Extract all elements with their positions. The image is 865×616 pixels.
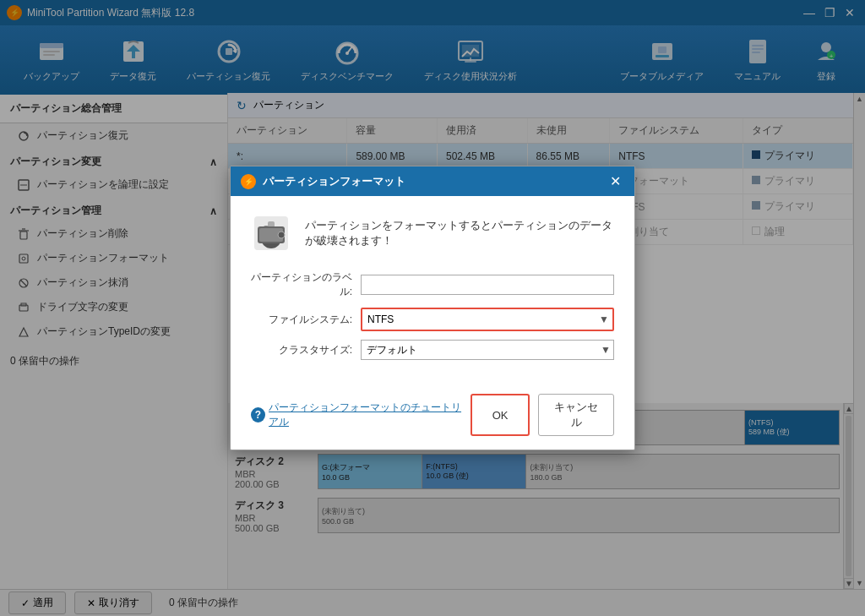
cluster-field-row: クラスタサイズ: デフォルト 512 B 1 KB 4 KB ▼	[251, 340, 614, 360]
cluster-select[interactable]: デフォルト 512 B 1 KB 4 KB	[361, 340, 614, 360]
cluster-select-wrap: デフォルト 512 B 1 KB 4 KB ▼	[361, 340, 614, 360]
cluster-field-label: クラスタサイズ:	[251, 343, 352, 357]
modal-title: パーティションフォーマット	[263, 174, 405, 189]
filesystem-field-row: ファイルシステム: NTFS FAT32 FAT16 EXT4 ▼	[251, 308, 614, 331]
modal-title-text: ⚡ パーティションフォーマット	[241, 174, 405, 189]
modal-close-button[interactable]: ✕	[607, 173, 624, 189]
modal-buttons: OK キャンセル	[471, 394, 614, 436]
modal-warning-text: パーティションをフォーマットするとパーティションのデータが破壊されます！	[305, 218, 614, 248]
filesystem-field-label: ファイルシステム:	[251, 313, 352, 327]
format-dialog: ⚡ パーティションフォーマット ✕	[230, 166, 635, 450]
modal-warning-icon	[251, 213, 291, 253]
help-icon: ?	[251, 407, 265, 422]
label-field-row: パーティションのラベル:	[251, 270, 614, 299]
modal-warning: パーティションをフォーマットするとパーティションのデータが破壊されます！	[251, 213, 614, 253]
modal-overlay: ⚡ パーティションフォーマット ✕	[0, 0, 865, 616]
tutorial-link[interactable]: ? パーティションフォーマットのチュートリアル	[251, 401, 471, 429]
filesystem-select-wrap: NTFS FAT32 FAT16 EXT4 ▼	[361, 308, 614, 331]
modal-body: パーティションをフォーマットするとパーティションのデータが破壊されます！ パーテ…	[231, 196, 634, 385]
modal-title-icon: ⚡	[241, 174, 256, 189]
filesystem-select[interactable]: NTFS FAT32 FAT16 EXT4	[362, 309, 612, 330]
label-field-label: パーティションのラベル:	[251, 270, 352, 299]
svg-point-46	[278, 232, 285, 238]
modal-title-bar: ⚡ パーティションフォーマット ✕	[231, 166, 634, 196]
modal-cancel-button[interactable]: キャンセル	[538, 394, 614, 436]
modal-ok-button[interactable]: OK	[471, 394, 530, 436]
partition-label-input[interactable]	[361, 275, 614, 295]
modal-footer: ? パーティションフォーマットのチュートリアル OK キャンセル	[231, 385, 634, 450]
